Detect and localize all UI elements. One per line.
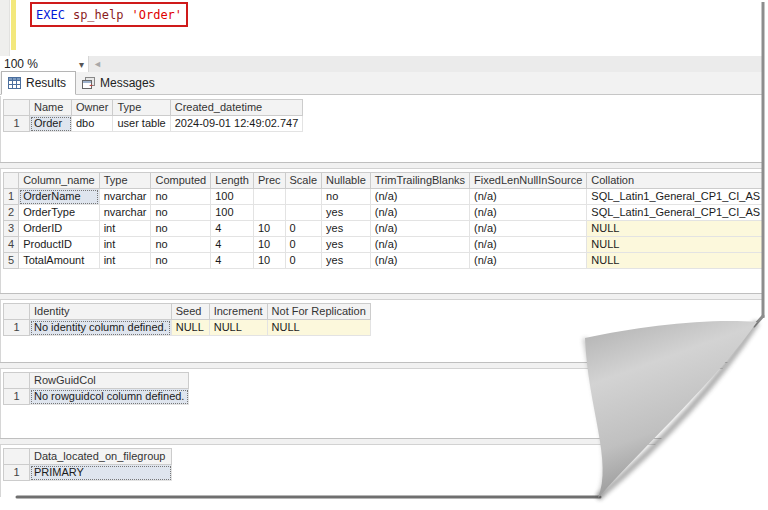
grid-cell[interactable]: 10 <box>253 253 285 269</box>
grid-cell[interactable] <box>285 189 322 205</box>
grid-cell[interactable]: 100 <box>211 205 254 221</box>
query-editor[interactable]: EXEC sp_help 'Order' <box>0 0 763 56</box>
grid-cell[interactable]: 0 <box>285 221 322 237</box>
grid-cell[interactable]: yes <box>322 221 371 237</box>
grid-cell[interactable] <box>285 205 322 221</box>
tab-results[interactable]: Results <box>1 71 76 95</box>
grid-cell[interactable]: SQL_Latin1_General_CP1_CI_AS <box>587 205 763 221</box>
grid-cell[interactable]: 0 <box>285 253 322 269</box>
grid-cell[interactable]: no <box>322 189 371 205</box>
grid-corner-cell[interactable] <box>4 449 30 465</box>
column-header[interactable]: Increment <box>209 304 267 320</box>
horizontal-scrollbar[interactable]: ◄ <box>89 56 763 72</box>
zoom-dropdown[interactable]: 100 % ▾ <box>0 56 89 72</box>
pane-splitter[interactable] <box>0 362 763 369</box>
grid-cell[interactable]: NULL <box>587 221 763 237</box>
grid-cell[interactable]: OrderType <box>19 205 100 221</box>
row-number[interactable]: 1 <box>4 189 19 205</box>
row-number[interactable]: 4 <box>4 237 19 253</box>
grid-cell[interactable]: user table <box>113 116 170 132</box>
grid-corner-cell[interactable] <box>4 173 19 189</box>
grid-cell[interactable]: (n/a) <box>470 189 587 205</box>
column-header[interactable]: Data_located_on_filegroup <box>30 449 172 465</box>
grid-cell[interactable]: OrderName <box>19 189 100 205</box>
column-header[interactable]: Identity <box>30 304 172 320</box>
grid-cell[interactable]: no <box>151 253 211 269</box>
column-header[interactable]: FixedLenNullInSource <box>470 173 587 189</box>
grid-cell[interactable]: (n/a) <box>370 189 469 205</box>
column-header[interactable]: Name <box>30 100 72 116</box>
grid-cell[interactable]: int <box>99 237 151 253</box>
grid-cell[interactable]: yes <box>322 205 371 221</box>
grid-cell[interactable]: dbo <box>72 116 113 132</box>
grid-cell[interactable]: 10 <box>253 237 285 253</box>
grid-cell[interactable]: (n/a) <box>370 237 469 253</box>
grid-cell[interactable]: 10 <box>253 221 285 237</box>
column-header[interactable]: Seed <box>171 304 209 320</box>
row-number[interactable]: 1 <box>4 389 30 405</box>
pane-splitter[interactable] <box>0 162 763 169</box>
column-header[interactable]: Collation <box>587 173 763 189</box>
grid-corner-cell[interactable] <box>4 304 30 320</box>
row-number[interactable]: 1 <box>4 465 30 481</box>
column-header[interactable]: Length <box>211 173 254 189</box>
grid-cell[interactable]: no <box>151 189 211 205</box>
grid-corner-cell[interactable] <box>4 100 30 116</box>
tab-messages[interactable]: Messages <box>76 72 164 94</box>
grid-cell[interactable]: yes <box>322 253 371 269</box>
grid-cell[interactable]: TotalAmount <box>19 253 100 269</box>
grid-cell[interactable]: int <box>99 221 151 237</box>
grid-cell[interactable]: nvarchar <box>99 205 151 221</box>
grid-cell[interactable]: NULL <box>171 320 209 336</box>
grid-cell[interactable]: int <box>99 253 151 269</box>
grid-corner-cell[interactable] <box>4 373 30 389</box>
grid-cell[interactable]: SQL_Latin1_General_CP1_CI_AS <box>587 189 763 205</box>
column-header[interactable]: Created_datetime <box>170 100 303 116</box>
column-header[interactable]: Computed <box>151 173 211 189</box>
grid-cell[interactable] <box>253 205 285 221</box>
grid-cell[interactable]: yes <box>322 237 371 253</box>
grid-cell[interactable]: NULL <box>209 320 267 336</box>
column-header[interactable]: Type <box>113 100 170 116</box>
grid-cell[interactable]: no <box>151 237 211 253</box>
grid-cell[interactable]: NULL <box>587 237 763 253</box>
grid-cell[interactable]: (n/a) <box>370 205 469 221</box>
grid-cell[interactable]: No identity column defined. <box>30 320 172 336</box>
pane-splitter[interactable] <box>0 438 763 445</box>
grid-cell[interactable]: 4 <box>211 221 254 237</box>
grid-cell[interactable]: 2024-09-01 12:49:02.747 <box>170 116 303 132</box>
grid-cell[interactable]: (n/a) <box>470 221 587 237</box>
row-number[interactable]: 2 <box>4 205 19 221</box>
grid-cell[interactable]: no <box>151 205 211 221</box>
grid-cell[interactable]: Order <box>30 116 72 132</box>
grid-cell[interactable]: 0 <box>285 237 322 253</box>
column-header[interactable]: Type <box>99 173 151 189</box>
row-number[interactable]: 1 <box>4 320 30 336</box>
grid-cell[interactable]: NULL <box>267 320 370 336</box>
grid-cell[interactable]: PRIMARY <box>30 465 172 481</box>
grid-cell[interactable]: (n/a) <box>370 253 469 269</box>
grid-cell[interactable]: nvarchar <box>99 189 151 205</box>
column-header[interactable]: Not For Replication <box>267 304 370 320</box>
row-number[interactable]: 5 <box>4 253 19 269</box>
column-header[interactable]: Nullable <box>322 173 371 189</box>
row-number[interactable]: 3 <box>4 221 19 237</box>
grid-cell[interactable]: OrderID <box>19 221 100 237</box>
grid-cell[interactable]: 100 <box>211 189 254 205</box>
column-header[interactable]: RowGuidCol <box>30 373 189 389</box>
column-header[interactable]: Owner <box>72 100 113 116</box>
grid-cell[interactable]: 4 <box>211 237 254 253</box>
column-header[interactable]: Column_name <box>19 173 100 189</box>
grid-cell[interactable]: (n/a) <box>470 253 587 269</box>
column-header[interactable]: Scale <box>285 173 322 189</box>
grid-cell[interactable]: (n/a) <box>370 221 469 237</box>
grid-cell[interactable]: NULL <box>587 253 763 269</box>
column-header[interactable]: Prec <box>253 173 285 189</box>
column-header[interactable]: TrimTrailingBlanks <box>370 173 469 189</box>
grid-cell[interactable]: No rowguidcol column defined. <box>30 389 189 405</box>
row-number[interactable]: 1 <box>4 116 30 132</box>
grid-cell[interactable]: ProductID <box>19 237 100 253</box>
pane-splitter[interactable] <box>0 293 763 300</box>
grid-cell[interactable]: 4 <box>211 253 254 269</box>
grid-cell[interactable]: no <box>151 221 211 237</box>
